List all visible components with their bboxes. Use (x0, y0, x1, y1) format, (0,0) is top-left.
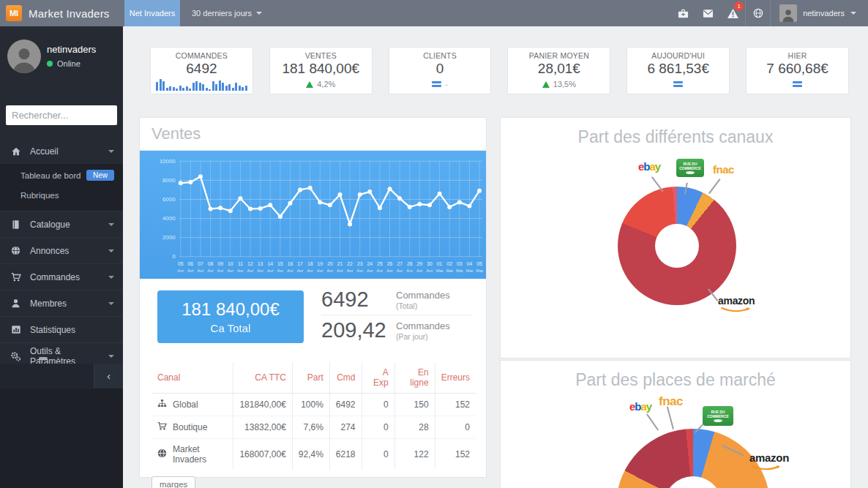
search-input[interactable] (6, 105, 117, 125)
user-icon (10, 299, 21, 308)
svg-text:Avr: Avr (177, 269, 184, 273)
briefcase-button[interactable] (670, 0, 695, 26)
svg-text:Avr: Avr (347, 269, 353, 273)
sidebar-item-tableau-de-bord[interactable]: Tableau de bord New (0, 165, 123, 185)
svg-text:Avr: Avr (326, 269, 333, 273)
svg-text:06: 06 (188, 261, 194, 266)
orders-per-day-row: 209,42 Commandes (Par jour) (321, 315, 471, 345)
sidebar: netinvaders Online Accueil Tableau de bo… (0, 26, 123, 488)
svg-text:11: 11 (238, 261, 243, 266)
svg-text:21: 21 (337, 261, 343, 266)
svg-text:28: 28 (407, 261, 413, 266)
sidebar-item-accueil[interactable]: Accueil (0, 139, 123, 164)
svg-text:05: 05 (476, 261, 482, 266)
sidebar-item-commandes[interactable]: Commandes (0, 263, 123, 290)
marges-button[interactable]: marges (151, 476, 195, 488)
svg-text:Avr: Avr (307, 269, 313, 273)
ebay-label: ebay (638, 160, 660, 173)
chevron-down-icon (108, 249, 114, 252)
user-avatar (779, 4, 797, 22)
svg-text:Mai: Mai (456, 269, 463, 273)
svg-text:Avr: Avr (217, 269, 224, 273)
commandes-sparkline (156, 78, 247, 91)
svg-text:09: 09 (217, 261, 223, 266)
trend-equal-icon (432, 81, 441, 88)
svg-text:4000: 4000 (162, 215, 176, 222)
svg-text:15: 15 (277, 261, 283, 266)
top-navbar: MI Market Invaders Net Invaders 30 derni… (0, 0, 868, 26)
sidebar-user-name: netinvaders (47, 44, 96, 55)
sitemap-icon (157, 399, 167, 410)
globe-icon (157, 448, 167, 460)
marche-donut-chart (616, 429, 770, 488)
card-panier-moyen: PANIER MOYEN 28,01€ 13,5% (507, 47, 610, 94)
card-clients: CLIENTS 0 - (389, 47, 492, 94)
cart-icon (10, 272, 21, 282)
table-row-market-invaders: Market Invaders 168007,00€ 92,4% 6218 0 … (151, 439, 476, 470)
rdc-oval-icon (686, 171, 695, 174)
svg-text:8000: 8000 (162, 177, 176, 184)
language-button[interactable] (745, 0, 770, 26)
fnac-label: fnac (659, 394, 683, 409)
sidebar-avatar[interactable] (7, 40, 41, 73)
app-logo-icon: MI (6, 5, 22, 21)
svg-text:Avr: Avr (287, 269, 293, 273)
brand[interactable]: MI Market Invaders (0, 0, 124, 26)
svg-text:Avr: Avr (337, 269, 343, 273)
sidebar-item-membres[interactable]: Membres (0, 290, 123, 316)
svg-text:14: 14 (267, 261, 273, 266)
svg-text:02: 02 (446, 261, 452, 266)
orders-total-row: 6492 Commandes (Total) (321, 285, 471, 315)
sidebar-menu: Accueil Tableau de bord New Rubriques Ca… (0, 139, 123, 369)
chevron-down-icon (108, 276, 114, 279)
svg-text:08: 08 (208, 261, 214, 266)
briefcase-icon (678, 8, 689, 19)
svg-text:24: 24 (367, 261, 373, 266)
sidebar-item-statistiques[interactable]: Statistiques (0, 316, 123, 342)
user-menu[interactable]: netinvaders (770, 0, 868, 26)
svg-text:Avr: Avr (198, 269, 204, 273)
alert-count-badge: 1 (734, 1, 744, 11)
sidebar-user-panel: netinvaders Online (0, 26, 123, 86)
svg-text:Avr: Avr (416, 269, 423, 273)
sidebar-collapse-button[interactable]: ‹ (94, 364, 123, 388)
ventes-title: Ventes (151, 124, 201, 143)
messages-button[interactable] (695, 0, 720, 26)
svg-text:Avr: Avr (207, 269, 214, 273)
card-aujourdhui: AUJOURD'HUI 6 861,53€ (626, 47, 730, 94)
rue-du-commerce-logo: RUE DU COMMERCE (703, 406, 733, 426)
ventes-chart-area: 020004000600080001000005Avr06Avr07Avr08A… (140, 151, 486, 279)
trend-equal-icon (673, 81, 683, 88)
svg-text:2000: 2000 (162, 234, 176, 241)
sidebar-item-annonces[interactable]: Annonces (0, 237, 123, 263)
tab-net-invaders[interactable]: Net Invaders (124, 0, 180, 26)
ca-total-box: 181 840,00€ Ca Total (157, 290, 304, 343)
svg-text:Avr: Avr (277, 269, 283, 273)
svg-text:12: 12 (247, 261, 253, 266)
svg-text:Avr: Avr (397, 269, 403, 273)
stat-cards-row: COMMANDES 6492 VENTES 181 840,00€ 4,2% C… (150, 47, 849, 94)
chevron-down-icon (108, 150, 114, 153)
svg-text:Avr: Avr (297, 269, 304, 273)
alerts-button[interactable]: 1 (720, 0, 745, 26)
card-commandes: COMMANDES 6492 (150, 47, 253, 94)
amazon-smile-icon (720, 307, 752, 313)
amazon-smile-icon (749, 465, 783, 471)
svg-text:Avr: Avr (406, 269, 413, 273)
sidebar-item-rubriques[interactable]: Rubriques (0, 185, 123, 205)
svg-text:Avr: Avr (367, 269, 373, 273)
period-dropdown[interactable]: 30 derniers jours (180, 0, 274, 26)
new-badge: New (86, 170, 114, 181)
svg-text:Avr: Avr (317, 269, 323, 273)
leader-line (708, 179, 720, 194)
chevron-down-icon (108, 355, 114, 358)
svg-text:Avr: Avr (386, 269, 393, 273)
sidebar-item-catalogue[interactable]: Catalogue (0, 211, 123, 237)
svg-text:01: 01 (437, 261, 443, 266)
svg-text:07: 07 (198, 261, 203, 266)
svg-text:18: 18 (307, 261, 313, 266)
navbar-actions: 1 netinvaders (670, 0, 868, 26)
svg-text:Avr: Avr (247, 269, 254, 273)
svg-text:6000: 6000 (162, 196, 176, 203)
svg-text:Avr: Avr (377, 269, 384, 273)
